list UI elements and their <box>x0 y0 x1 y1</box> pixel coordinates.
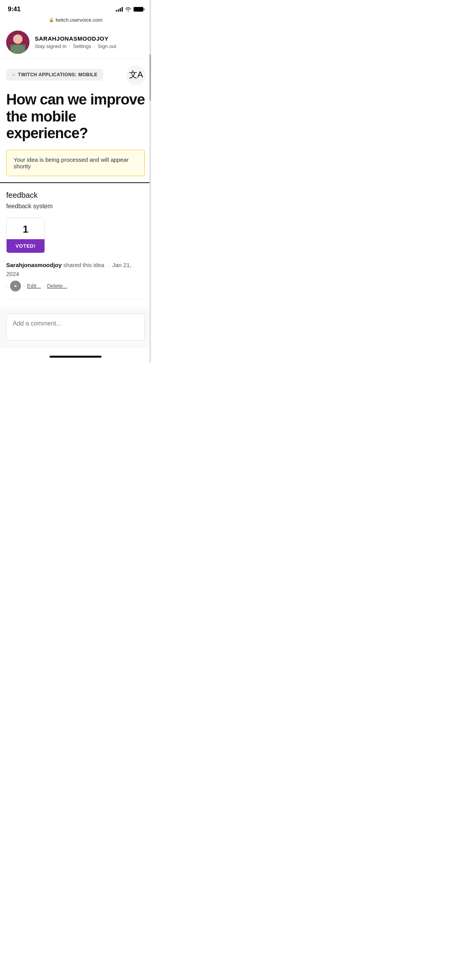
translate-button[interactable]: 文A <box>127 66 145 84</box>
user-header: SARAHJONASMOODJOY Stay signed in · Setti… <box>0 26 151 59</box>
flag-icon: ⚑ <box>10 281 21 291</box>
settings-link[interactable]: Settings <box>73 43 91 49</box>
wifi-icon <box>125 7 131 12</box>
feedback-subtitle: feedback system <box>6 203 145 210</box>
url-text: twitch.uservoice.com <box>56 17 103 23</box>
svg-rect-3 <box>10 45 26 54</box>
url-bar: 🔒 twitch.uservoice.com <box>0 15 151 26</box>
shared-text: shared this idea <box>63 262 105 268</box>
home-bar <box>50 356 101 358</box>
battery-icon <box>134 7 143 12</box>
avatar <box>6 31 29 54</box>
main-content: ← TWITCH APPLICATIONS: MOBILE 文A How can… <box>0 59 151 348</box>
breadcrumb-row: ← TWITCH APPLICATIONS: MOBILE 文A <box>6 59 145 87</box>
svg-text:⚑: ⚑ <box>14 284 17 288</box>
idea-meta: Sarahjonasmoodjoy shared this idea · Jan… <box>6 261 145 278</box>
status-icons <box>116 7 143 12</box>
sign-out-link[interactable]: Sign out <box>98 43 116 49</box>
breadcrumb-button[interactable]: ← TWITCH APPLICATIONS: MOBILE <box>6 69 103 81</box>
vote-widget: 1 VOTED! <box>6 218 45 253</box>
idea-actions: · ⚑ · Edit... · Delete... <box>6 281 145 291</box>
page-title: How can we improve the mobile experience… <box>6 87 145 150</box>
status-bar: 9:41 <box>0 0 151 15</box>
feedback-section: feedback feedback system 1 VOTED! Sarahj… <box>6 183 145 300</box>
scrollbar-thumb[interactable] <box>149 54 151 101</box>
home-indicator <box>0 348 151 362</box>
feedback-title: feedback <box>6 191 145 200</box>
notification-banner: Your idea is being processed and will ap… <box>6 150 145 176</box>
scrollbar[interactable] <box>149 0 151 362</box>
edit-link[interactable]: Edit... <box>27 283 41 289</box>
comment-input[interactable] <box>6 314 145 341</box>
idea-author: Sarahjonasmoodjoy <box>6 262 62 268</box>
delete-link[interactable]: Delete... <box>47 283 67 289</box>
username: SARAHJONASMOODJOY <box>35 35 116 42</box>
stay-signed-in-link[interactable]: Stay signed in <box>35 43 67 49</box>
translate-icon: 文A <box>129 69 143 81</box>
svg-point-4 <box>13 34 22 44</box>
signal-icon <box>116 7 123 12</box>
user-info: SARAHJONASMOODJOY Stay signed in · Setti… <box>35 35 116 49</box>
lock-icon: 🔒 <box>49 17 54 22</box>
comment-section <box>0 307 151 348</box>
vote-button[interactable]: VOTED! <box>7 239 45 253</box>
notification-text: Your idea is being processed and will ap… <box>14 156 129 170</box>
user-actions: Stay signed in · Settings · Sign out <box>35 43 116 49</box>
status-time: 9:41 <box>8 5 21 13</box>
vote-count: 1 <box>7 218 45 239</box>
